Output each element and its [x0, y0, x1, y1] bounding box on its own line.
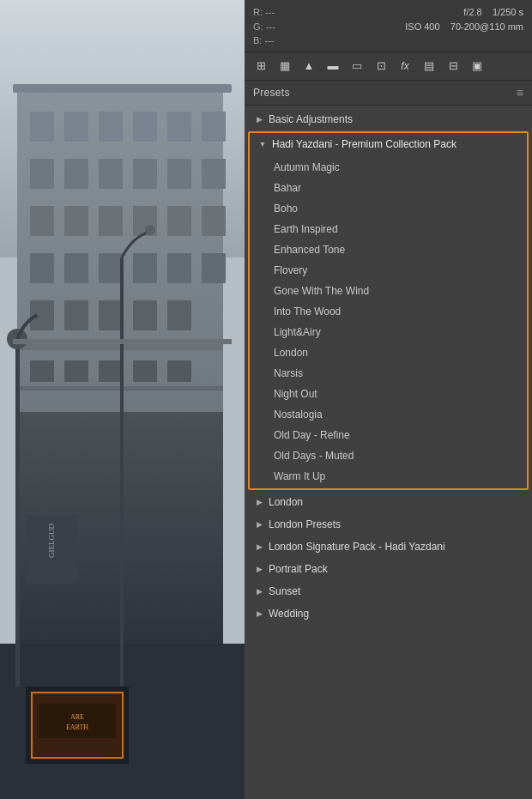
preset-group-sunset: ▶ Sunset [245, 581, 532, 602]
g-label: G: [253, 21, 263, 32]
preset-group-basic: ▶ Basic Adjustments [245, 109, 532, 130]
svg-text:EARTH: EARTH [66, 723, 88, 731]
group-header-wedding[interactable]: ▶ Wedding [245, 603, 532, 624]
group-label-portrait: Portrait Pack [269, 563, 328, 575]
heal-icon[interactable]: ▭ [348, 58, 366, 75]
svg-rect-37 [133, 360, 157, 382]
preset-group-london-sig: ▶ London Signature Pack - Hadi Yazdani [245, 536, 532, 557]
preset-bahar[interactable]: Bahar [250, 178, 527, 198]
group-header-basic[interactable]: ▶ Basic Adjustments [245, 109, 532, 130]
preset-boho[interactable]: Boho [250, 198, 527, 219]
preset-gone-with-the-wind[interactable]: Gone With The Wind [250, 281, 527, 301]
filter-icon[interactable]: ⊡ [372, 58, 390, 75]
preset-warm-it-up[interactable]: Warm It Up [250, 466, 527, 487]
svg-rect-22 [64, 253, 88, 283]
lens-value: 70-200@110 mm [450, 21, 523, 32]
fx-icon[interactable]: fx [396, 58, 414, 75]
group-header-sunset[interactable]: ▶ Sunset [245, 581, 532, 602]
crop-icon[interactable]: ▬ [323, 58, 342, 75]
svg-rect-52 [120, 257, 124, 687]
svg-rect-29 [99, 300, 123, 330]
svg-rect-12 [133, 159, 157, 189]
histogram-icon[interactable]: ⊞ [251, 58, 270, 75]
photo-panel: GIELGUD ARE EARTH [0, 0, 245, 799]
group-label-london-sig: London Signature Pack - Hadi Yazdani [269, 541, 445, 553]
svg-rect-31 [167, 300, 191, 330]
toolbar: ⊞ ▦ ▲ ▬ ▭ ⊡ fx ▤ ⊟ ▣ [245, 52, 532, 81]
preset-group-hadi: ▼ Hadi Yazdani - Premium Collection Pack… [248, 131, 529, 490]
r-value: --- [265, 7, 275, 17]
group-label-wedding: Wedding [269, 608, 309, 620]
iso-value: ISO 400 [405, 21, 439, 32]
group-header-portrait[interactable]: ▶ Portrait Pack [245, 559, 532, 579]
group-header-london[interactable]: ▶ London [245, 492, 532, 512]
svg-rect-13 [167, 159, 191, 189]
svg-rect-5 [99, 112, 123, 142]
svg-rect-21 [30, 253, 54, 283]
group-label-london: London [269, 496, 303, 508]
g-value: --- [266, 21, 275, 32]
grid-icon[interactable]: ▦ [275, 58, 294, 75]
presets-list[interactable]: ▶ Basic Adjustments ▼ Hadi Yazdani - Pre… [245, 106, 532, 800]
preset-into-the-wood[interactable]: Into The Wood [250, 301, 527, 322]
expand-arrow-portrait: ▶ [253, 563, 265, 575]
svg-rect-34 [30, 360, 54, 382]
aperture-value: f/2.8 [463, 7, 481, 17]
group-label-hadi: Hadi Yazdani - Premium Collection Pack [272, 138, 456, 150]
svg-rect-35 [64, 360, 88, 382]
svg-text:ARE: ARE [70, 713, 84, 721]
svg-rect-14 [202, 159, 226, 189]
svg-rect-6 [133, 112, 157, 142]
group-label-sunset: Sunset [269, 585, 300, 597]
presets-header: Presets ≡ [245, 81, 532, 106]
svg-rect-19 [167, 206, 191, 236]
preset-light-airy[interactable]: Light&Airy [250, 322, 527, 342]
svg-point-51 [36, 305, 50, 318]
presets-menu-icon[interactable]: ≡ [517, 86, 523, 100]
group-header-london-sig[interactable]: ▶ London Signature Pack - Hadi Yazdani [245, 536, 532, 557]
preset-london[interactable]: London [250, 342, 527, 363]
curve-icon[interactable]: ▲ [299, 58, 318, 75]
rgb-values: R: --- G: --- B: --- [253, 5, 275, 48]
preset-group-london: ▶ London [245, 492, 532, 512]
svg-rect-24 [133, 253, 157, 283]
right-panel: R: --- G: --- B: --- f/2.8 1/250 s ISO 4… [245, 0, 532, 799]
preset-flovery[interactable]: Flovery [250, 260, 527, 281]
group-header-hadi[interactable]: ▼ Hadi Yazdani - Premium Collection Pack [250, 133, 527, 155]
svg-rect-55 [13, 339, 232, 344]
svg-rect-15 [30, 206, 54, 236]
preset-night-out[interactable]: Night Out [250, 384, 527, 404]
svg-rect-4 [64, 112, 88, 142]
compare-icon[interactable]: ▣ [468, 58, 487, 75]
b-label: B: [253, 35, 262, 45]
group-label-london-presets: London Presets [269, 518, 341, 530]
svg-rect-23 [99, 253, 123, 283]
preset-old-days-muted[interactable]: Old Days - Muted [250, 445, 527, 466]
group-header-london-presets[interactable]: ▶ London Presets [245, 514, 532, 535]
svg-rect-11 [99, 159, 123, 189]
expand-arrow-london-sig: ▶ [253, 541, 265, 553]
preset-old-day-refine[interactable]: Old Day - Refine [250, 425, 527, 445]
preset-autumn-magic[interactable]: Autumn Magic [250, 157, 527, 178]
export-icon[interactable]: ▤ [420, 58, 438, 75]
preset-enhanced-tone[interactable]: Enhanced Tone [250, 239, 527, 260]
group-label-basic: Basic Adjustments [269, 113, 353, 125]
preset-earth-inspired[interactable]: Earth Inspired [250, 219, 527, 239]
svg-rect-10 [64, 159, 88, 189]
expand-arrow-basic: ▶ [253, 113, 265, 125]
preset-nostalogia[interactable]: Nostalogia [250, 404, 527, 425]
svg-rect-7 [167, 112, 191, 142]
info-bar: R: --- G: --- B: --- f/2.8 1/250 s ISO 4… [245, 0, 532, 52]
svg-text:GIELGUD: GIELGUD [47, 524, 56, 558]
svg-rect-28 [64, 300, 88, 330]
preset-group-london-presets: ▶ London Presets [245, 514, 532, 535]
svg-rect-3 [30, 112, 54, 142]
expand-arrow-london-presets: ▶ [253, 518, 265, 530]
expand-arrow-wedding: ▶ [253, 608, 265, 620]
svg-rect-25 [167, 253, 191, 283]
b-value: --- [264, 35, 274, 45]
svg-rect-17 [99, 206, 123, 236]
sliders-icon[interactable]: ⊟ [444, 58, 462, 75]
svg-point-53 [145, 225, 155, 235]
preset-narsis[interactable]: Narsis [250, 363, 527, 384]
